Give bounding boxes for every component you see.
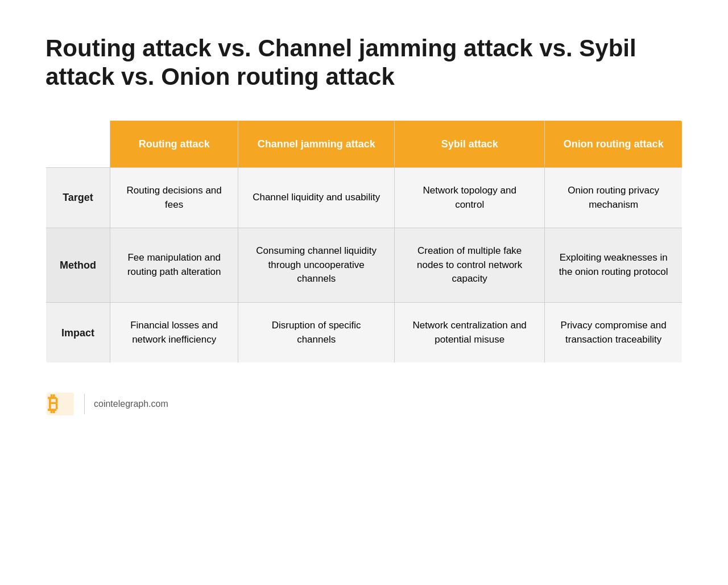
table-header-col4: Onion routing attack [545,120,682,167]
table-cell-row2-col4: Privacy compromise and transaction trace… [545,303,682,363]
table-cell-row2-col1: Financial losses and network inefficienc… [110,303,238,363]
table-cell-row1-col1: Fee manipulation and routing path altera… [110,228,238,303]
cointelegraph-logo: ₿ [46,392,75,417]
table-cell-row1-col2: Consuming channel liquidity through unco… [238,228,395,303]
table-row: ImpactFinancial losses and network ineff… [46,303,682,363]
table-header-col3: Sybil attack [395,120,545,167]
table-cell-row0-col4: Onion routing privacy mechanism [545,167,682,228]
row-label-2: Impact [46,303,110,363]
row-label-0: Target [46,167,110,228]
table-row: TargetRouting decisions and feesChannel … [46,167,682,228]
svg-text:₿: ₿ [48,392,58,415]
footer-divider [84,394,85,414]
table-cell-row0-col2: Channel liquidity and usability [238,167,395,228]
table-header-col2: Channel jamming attack [238,120,395,167]
row-label-1: Method [46,228,110,303]
comparison-table: Routing attack Channel jamming attack Sy… [46,120,682,364]
table-row: MethodFee manipulation and routing path … [46,228,682,303]
table-header-col1: Routing attack [110,120,238,167]
table-cell-row2-col2: Disruption of specific channels [238,303,395,363]
table-cell-row0-col1: Routing decisions and fees [110,167,238,228]
table-cell-row2-col3: Network centralization and potential mis… [395,303,545,363]
footer: ₿ cointelegraph.com [46,392,682,417]
footer-site: cointelegraph.com [94,399,168,409]
page-title: Routing attack vs. Channel jamming attac… [46,34,682,92]
table-cell-row1-col3: Creation of multiple fake nodes to contr… [395,228,545,303]
table-header-empty [46,120,110,167]
table-cell-row1-col4: Exploiting weaknesses in the onion routi… [545,228,682,303]
table-cell-row0-col3: Network topology and control [395,167,545,228]
